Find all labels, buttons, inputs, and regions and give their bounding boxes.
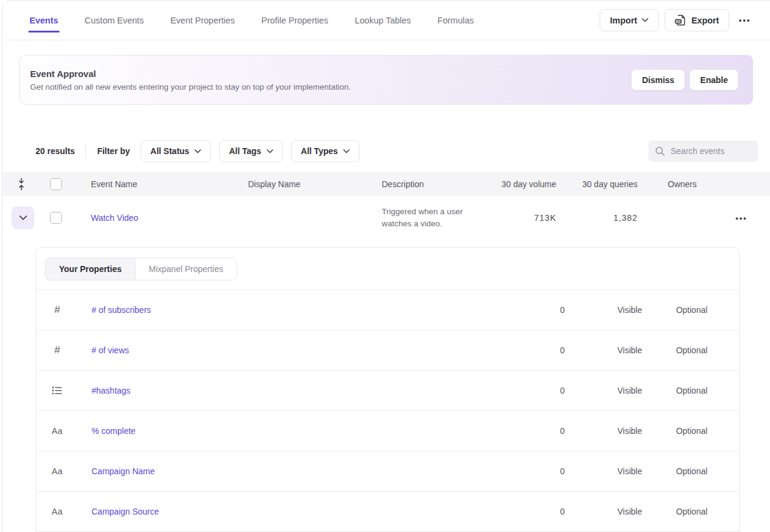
table-row: Watch Video Triggered when a user watche… (2, 196, 770, 240)
text-icon: Aa (36, 507, 78, 516)
status-filter-dropdown[interactable]: All Status (141, 140, 211, 162)
filter-by-label: Filter by (97, 146, 129, 156)
row-more-options-button[interactable]: ••• (713, 210, 770, 226)
search-events-box (648, 140, 758, 162)
search-icon (655, 146, 665, 156)
column-header-description: Description (372, 179, 490, 189)
top-bar-actions: Import CSV Export ••• (600, 9, 754, 31)
property-requirement: Optional (659, 507, 725, 516)
property-query-count: 0 (492, 426, 565, 436)
event-volume: 713K (490, 213, 556, 223)
events-table-header: Event Name Display Name Description 30 d… (2, 172, 770, 196)
property-requirement: Optional (659, 305, 725, 315)
row-checkbox[interactable] (50, 212, 62, 224)
property-name-link[interactable]: #hashtags (78, 386, 492, 395)
property-row: #hashtags 0 Visible Optional (36, 371, 739, 411)
property-visibility: Visible (601, 426, 659, 436)
export-button[interactable]: CSV Export (665, 9, 729, 31)
property-name-link[interactable]: Campaign Name (78, 466, 492, 476)
csv-file-icon: CSV (675, 14, 686, 26)
chevron-down-icon (194, 149, 201, 153)
svg-text:CSV: CSV (675, 20, 682, 23)
tab-mixpanel-properties[interactable]: Mixpanel Properties (135, 258, 237, 280)
tab-profile-properties[interactable]: Profile Properties (261, 1, 328, 40)
lexicon-page: Events Custom Events Event Properties Pr… (2, 0, 770, 532)
collapse-all-button[interactable] (2, 178, 40, 191)
number-icon: # (36, 344, 78, 356)
property-name-link[interactable]: # of views (78, 345, 492, 355)
property-requirement: Optional (659, 386, 725, 395)
banner-description: Get notified on all new events entering … (30, 82, 351, 91)
column-header-volume: 30 day volume (490, 179, 556, 189)
property-visibility: Visible (601, 386, 659, 395)
chevron-down-icon (267, 149, 273, 153)
property-row: # # of subscribers 0 Visible Optional (36, 290, 739, 330)
event-approval-banner: Event Approval Get notified on all new e… (19, 55, 753, 105)
property-requirement: Optional (659, 426, 725, 436)
property-requirement: Optional (659, 345, 725, 355)
chevron-down-icon (343, 149, 350, 153)
event-name-link[interactable]: Watch Video (81, 213, 238, 223)
property-visibility: Visible (601, 345, 659, 355)
banner-title: Event Approval (30, 69, 351, 79)
banner-actions: Dismiss Enable (632, 70, 738, 90)
more-options-button[interactable]: ••• (735, 12, 754, 28)
tags-filter-dropdown[interactable]: All Tags (219, 140, 282, 162)
column-header-owners: Owners (638, 179, 713, 189)
results-count: 20 results (36, 146, 75, 156)
tab-lookup-tables[interactable]: Lookup Tables (355, 1, 411, 40)
tab-your-properties[interactable]: Your Properties (46, 258, 135, 280)
divider (85, 144, 86, 158)
tab-events[interactable]: Events (29, 1, 58, 40)
search-input[interactable] (671, 146, 749, 156)
tab-formulas[interactable]: Formulas (438, 1, 474, 40)
property-name-link[interactable]: # of subscribers (78, 305, 492, 315)
property-name-link[interactable]: % complete (78, 426, 492, 436)
properties-tab-bar: Your Properties Mixpanel Properties (36, 248, 739, 290)
properties-tabs: Your Properties Mixpanel Properties (45, 258, 237, 280)
chevron-down-icon (642, 18, 648, 22)
top-nav: Events Custom Events Event Properties Pr… (29, 1, 474, 40)
number-icon: # (36, 304, 78, 316)
import-button-label: Import (610, 16, 637, 25)
property-query-count: 0 (492, 466, 565, 476)
text-icon: Aa (36, 466, 78, 476)
property-query-count: 0 (492, 345, 565, 355)
tags-filter-label: All Tags (229, 146, 261, 156)
banner-text: Event Approval Get notified on all new e… (30, 69, 351, 91)
types-filter-label: All Types (301, 146, 338, 156)
property-row: Aa Campaign Source 0 Visible Optional (36, 492, 739, 532)
property-query-count: 0 (492, 386, 565, 395)
top-bar: Events Custom Events Event Properties Pr… (2, 1, 770, 40)
dismiss-button[interactable]: Dismiss (632, 70, 685, 90)
collapse-row-button[interactable] (11, 206, 34, 229)
enable-button[interactable]: Enable (690, 70, 738, 90)
text-icon: Aa (36, 426, 78, 436)
property-visibility: Visible (601, 507, 659, 516)
tab-event-properties[interactable]: Event Properties (170, 1, 235, 40)
import-button[interactable]: Import (600, 9, 659, 31)
event-queries: 1,382 (556, 213, 638, 223)
property-visibility: Visible (601, 305, 659, 315)
property-requirement: Optional (659, 466, 725, 476)
types-filter-dropdown[interactable]: All Types (291, 140, 359, 162)
property-row: Aa Campaign Name 0 Visible Optional (36, 451, 739, 492)
property-query-count: 0 (492, 305, 565, 315)
event-description: Triggered when a user watches a video. (372, 200, 490, 237)
property-name-link[interactable]: Campaign Source (78, 507, 492, 516)
column-header-display-name: Display Name (238, 179, 372, 189)
list-icon (36, 386, 78, 395)
status-filter-label: All Status (151, 146, 190, 156)
property-query-count: 0 (492, 507, 565, 516)
tab-custom-events[interactable]: Custom Events (85, 1, 144, 40)
select-all-checkbox[interactable] (50, 178, 62, 190)
filter-bar: 20 results Filter by All Status All Tags… (36, 140, 758, 162)
property-visibility: Visible (601, 466, 659, 476)
column-header-event-name: Event Name (81, 179, 238, 189)
export-button-label: Export (691, 16, 719, 25)
column-header-queries: 30 day queries (556, 179, 638, 189)
property-row: # # of views 0 Visible Optional (36, 330, 739, 371)
properties-panel: Your Properties Mixpanel Properties # # … (36, 247, 740, 532)
property-row: Aa % complete 0 Visible Optional (36, 411, 739, 451)
